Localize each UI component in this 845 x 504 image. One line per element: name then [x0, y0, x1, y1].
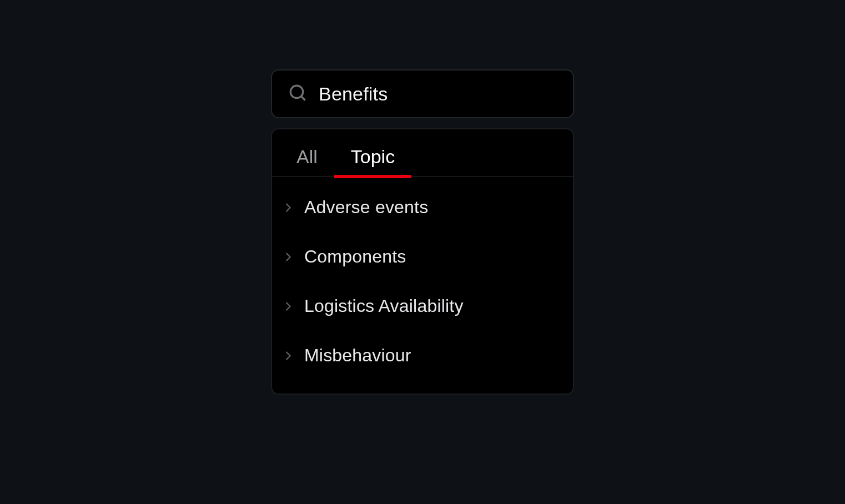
tab-topic[interactable]: Topic: [334, 140, 411, 177]
search-box[interactable]: [271, 69, 574, 118]
result-item-label: Adverse events: [304, 197, 428, 218]
result-item-adverse-events[interactable]: Adverse events: [272, 183, 573, 232]
result-item-label: Components: [304, 246, 406, 267]
search-input[interactable]: [319, 83, 557, 105]
result-item-logistics-availability[interactable]: Logistics Availability: [272, 281, 573, 331]
svg-line-1: [301, 97, 305, 100]
tab-all[interactable]: All: [272, 140, 334, 177]
results-list: Adverse events Components Logistics Avai…: [272, 177, 573, 380]
result-item-components[interactable]: Components: [272, 232, 573, 281]
tabs: All Topic: [272, 129, 573, 177]
chevron-right-icon: [282, 251, 294, 263]
result-item-label: Misbehaviour: [304, 345, 411, 366]
tab-label: All: [296, 146, 318, 167]
result-item-label: Logistics Availability: [304, 296, 464, 316]
tab-label: Topic: [351, 146, 395, 167]
chevron-right-icon: [282, 201, 294, 214]
result-item-misbehaviour[interactable]: Misbehaviour: [272, 331, 573, 380]
results-panel: All Topic Adverse events Components: [271, 128, 574, 395]
chevron-right-icon: [282, 300, 294, 313]
search-icon: [288, 83, 308, 105]
chevron-right-icon: [282, 350, 294, 362]
